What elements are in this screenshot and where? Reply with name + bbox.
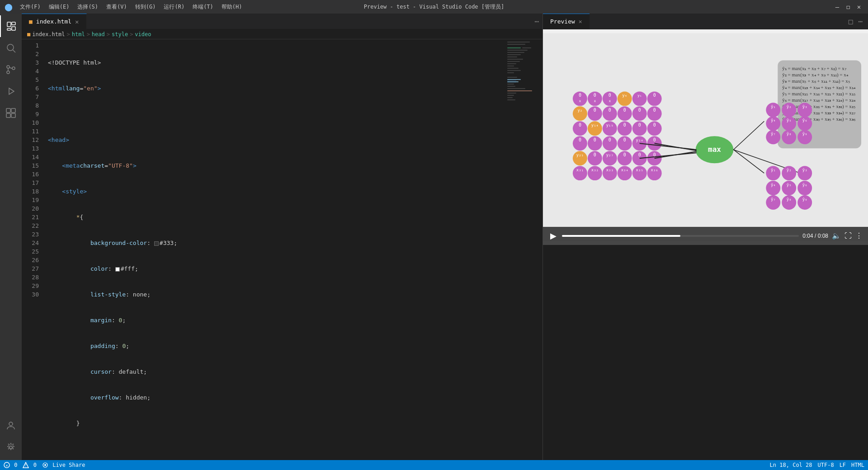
activity-git-icon[interactable] (0, 59, 22, 80)
tab-file-icon: ■ (29, 18, 33, 25)
svg-rect-21 (522, 47, 531, 48)
svg-rect-26 (507, 59, 523, 60)
svg-text:x: x (579, 99, 581, 103)
svg-rect-15 (11, 113, 15, 118)
cnn-visualization: ŷ₁ = max(x₁ + x₂ + x₇ + x₈) = x₇ ŷ₂ = ma… (543, 29, 868, 245)
titlebar-left: ⬤ 文件(F) 编辑(E) 选择(S) 查看(V) 转到(G) 运行(R) 终端… (5, 2, 246, 12)
activity-explorer-icon[interactable] (0, 15, 22, 37)
svg-rect-36 (507, 81, 519, 82)
time-display: 0:04 / 0:08 (802, 233, 828, 239)
preview-more-icon[interactable]: ⋯ (856, 16, 864, 27)
code-line-7: * { (48, 213, 506, 221)
fullscreen-button[interactable]: ⛶ (844, 231, 852, 240)
status-line-ending[interactable]: LF (840, 462, 846, 468)
activity-account-icon[interactable] (0, 415, 22, 437)
code-line-5: <meta charset="UTF-8"> (48, 161, 506, 170)
svg-text:x₃₃: x₃₃ (606, 168, 613, 172)
tab-index-html[interactable]: ■ index.html ✕ (22, 14, 87, 29)
svg-point-182 (44, 464, 46, 466)
minimize-button[interactable]: — (833, 2, 842, 11)
svg-text:y₁₅: y₁₅ (606, 123, 613, 127)
preview-split-icon[interactable]: □ (847, 16, 855, 27)
svg-text:ŷ₈: ŷ₈ (787, 132, 792, 136)
line-numbers: 12345 678910 1112131415 1617181920 21222… (22, 39, 44, 460)
svg-text:x₃₆: x₃₆ (651, 168, 658, 172)
svg-rect-32 (507, 72, 514, 73)
status-warning-count[interactable]: ! 0 (23, 462, 36, 469)
svg-text:ŷ₆: ŷ₆ (802, 183, 807, 187)
tab-more-button[interactable]: ⋯ (531, 17, 542, 26)
menu-edit[interactable]: 编辑(E) (45, 2, 73, 12)
svg-text:ŷ₂: ŷ₂ (787, 104, 792, 109)
menu-goto[interactable]: 转到(G) (132, 2, 160, 12)
svg-rect-18 (507, 42, 530, 42)
svg-rect-0 (7, 22, 11, 27)
menu-terminal[interactable]: 终端(T) (189, 2, 217, 12)
breadcrumb-video[interactable]: video (135, 31, 151, 38)
svg-rect-13 (11, 108, 15, 113)
preview-tab-close-button[interactable]: ✕ (579, 18, 582, 25)
activity-extensions-icon[interactable] (0, 102, 22, 124)
svg-point-8 (12, 67, 15, 70)
volume-button[interactable]: 🔈 (832, 231, 841, 240)
svg-rect-2 (12, 27, 15, 30)
svg-point-4 (7, 44, 14, 51)
svg-text:0: 0 (638, 122, 641, 127)
tab-close-button[interactable]: ✕ (75, 18, 79, 25)
status-bar: ✕ 0 ! 0 Live Share Ln 18, Col 28 UTF-8 L… (0, 460, 868, 470)
breadcrumb-filename[interactable]: index.html (32, 31, 65, 38)
svg-rect-31 (507, 70, 521, 71)
play-button[interactable]: ▶ (548, 229, 558, 243)
svg-rect-14 (6, 113, 10, 118)
activity-debug-icon[interactable] (0, 80, 22, 102)
svg-text:x₃₅: x₃₅ (636, 168, 643, 172)
preview-tab[interactable]: Preview ✕ (543, 14, 590, 29)
menu-help[interactable]: 帮助(H) (218, 2, 246, 12)
svg-point-16 (9, 422, 13, 426)
close-button[interactable]: ✕ (854, 2, 863, 11)
status-encoding[interactable]: UTF-8 (818, 462, 834, 468)
menu-select[interactable]: 选择(S) (74, 2, 102, 12)
svg-text:ŷ₄: ŷ₄ (771, 183, 776, 187)
live-share-button[interactable]: Live Share (42, 462, 85, 469)
preview-dark-area (543, 245, 868, 461)
svg-rect-33 (507, 77, 517, 78)
breadcrumb-item-file[interactable]: ■ (27, 31, 30, 38)
code-line-6: <style> (48, 187, 506, 196)
status-right: Ln 18, Col 28 UTF-8 LF HTML (770, 462, 864, 468)
svg-text:ŷ₇: ŷ₇ (771, 132, 776, 136)
code-content[interactable]: <!DOCTYPE html> <html lang="en"> <head> … (44, 39, 506, 460)
svg-line-10 (9, 68, 12, 69)
svg-text:0: 0 (623, 122, 626, 127)
svg-text:ŷ₆: ŷ₆ (802, 118, 807, 122)
breadcrumb-html[interactable]: html (72, 31, 85, 38)
svg-text:0: 0 (638, 108, 641, 113)
video-more-button[interactable]: ⋮ (855, 231, 863, 240)
svg-text:0: 0 (653, 108, 656, 113)
maximize-button[interactable]: ◻ (844, 2, 853, 11)
titlebar-controls[interactable]: — ◻ ✕ (833, 2, 863, 11)
status-language[interactable]: HTML (851, 462, 864, 468)
activity-bar (0, 14, 22, 460)
svg-text:0: 0 (653, 122, 656, 127)
titlebar-menus[interactable]: 文件(F) 编辑(E) 选择(S) 查看(V) 转到(G) 运行(R) 终端(T… (16, 2, 246, 12)
tab-label: index.html (36, 18, 71, 25)
svg-text:y₄: y₄ (622, 93, 627, 98)
svg-rect-39 (507, 88, 525, 89)
breadcrumb-head[interactable]: head (92, 31, 105, 38)
status-line-col[interactable]: Ln 18, Col 28 (770, 462, 812, 468)
menu-view[interactable]: 查看(V) (103, 2, 131, 12)
svg-text:y₅: y₅ (637, 94, 642, 98)
menu-file[interactable]: 文件(F) (16, 2, 44, 12)
status-error-count[interactable]: ✕ 0 (4, 462, 17, 469)
code-line-14: overflow: hidden; (48, 393, 506, 402)
menu-run[interactable]: 运行(R) (160, 2, 188, 12)
svg-text:ŷ₅ = max(x₁₅ + x₁₆ + x₂₁ + x₂₂: ŷ₅ = max(x₁₅ + x₁₆ + x₂₁ + x₂₂) = x₁₅ (782, 91, 855, 97)
activity-settings-icon[interactable] (0, 437, 22, 458)
breadcrumb-style[interactable]: style (112, 31, 128, 38)
svg-rect-41 (507, 93, 516, 94)
svg-text:ŷ₅: ŷ₅ (787, 118, 792, 122)
progress-bar[interactable] (562, 235, 799, 237)
activity-search-icon[interactable] (0, 37, 22, 59)
code-line-12: padding: 0; (48, 342, 506, 350)
